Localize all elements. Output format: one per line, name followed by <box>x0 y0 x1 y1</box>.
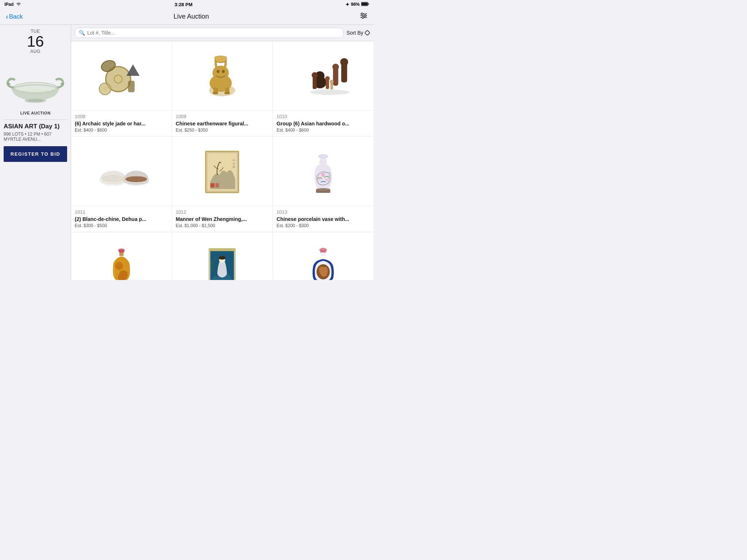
svg-rect-62 <box>210 183 215 188</box>
sidebar-divider <box>4 120 67 120</box>
sort-diamond-icon <box>365 30 370 35</box>
lot-image <box>273 41 374 110</box>
lot-image <box>71 41 172 110</box>
lot-image <box>172 41 273 110</box>
lot-info: 1013 Chinese porcelain vase with... Est.… <box>273 206 374 232</box>
svg-rect-73 <box>119 252 124 256</box>
svg-rect-11 <box>7 83 10 85</box>
lot-number: 1008 <box>75 114 168 119</box>
search-bar: 🔍 Sort By <box>71 25 374 41</box>
svg-rect-12 <box>61 83 63 85</box>
bluetooth-icon: ✦ <box>345 2 349 7</box>
lot-image <box>71 232 172 280</box>
lot-image: 山 水 画 <box>172 137 273 206</box>
svg-point-70 <box>325 178 328 181</box>
lot-image <box>71 137 172 206</box>
content-area: 🔍 Sort By <box>71 25 374 280</box>
svg-point-49 <box>310 90 349 95</box>
svg-rect-14 <box>28 100 43 102</box>
svg-point-65 <box>316 188 330 191</box>
device-label: iPad <box>4 2 13 7</box>
lot-card[interactable]: 1009 Chinese earthenware figural... Est.… <box>172 41 273 136</box>
svg-rect-1 <box>361 3 368 5</box>
lot-estimate: Est. $200 - $300 <box>276 223 370 228</box>
lot-info: 1008 (6) Archaic style jade or har... Es… <box>71 110 172 136</box>
svg-point-29 <box>213 66 229 80</box>
svg-rect-16 <box>365 30 370 35</box>
back-chevron-icon: ‹ <box>6 12 8 21</box>
lot-info: 1010 Group (6) Asian hardwood o... Est. … <box>273 110 374 136</box>
svg-rect-2 <box>368 3 369 5</box>
lot-title: (2) Blanc-de-chine, Dehua p... <box>75 216 168 222</box>
svg-point-30 <box>217 70 220 73</box>
filter-sliders-icon[interactable] <box>360 12 368 21</box>
lot-image <box>273 137 374 206</box>
nav-title: Live Auction <box>174 13 209 20</box>
main-layout: TUE 16 AUG <box>0 25 374 280</box>
svg-point-55 <box>125 176 147 182</box>
lot-card[interactable]: 山 水 画 1012 Manner of Wen Zhengming,... E… <box>172 137 273 232</box>
svg-marker-22 <box>126 65 139 76</box>
lot-title: Chinese earthenware figural... <box>176 121 269 127</box>
wifi-icon <box>16 2 22 7</box>
svg-point-69 <box>318 177 321 180</box>
lot-estimate: Est. $400 - $600 <box>75 128 168 133</box>
lot-image <box>172 232 273 280</box>
lot-card[interactable]: 1014 Chinese russet and white ja... Est.… <box>71 232 172 280</box>
svg-point-44 <box>312 72 318 78</box>
time-display: 3:28 PM <box>175 2 193 7</box>
lot-card[interactable]: 1011 (2) Blanc-de-chine, Dehua p... Est.… <box>71 137 172 232</box>
lot-card[interactable]: 1013 Chinese porcelain vase with... Est.… <box>273 137 374 232</box>
lot-estimate: Est. $1,000 - $1,500 <box>176 223 269 228</box>
svg-point-52 <box>102 176 125 183</box>
svg-rect-23 <box>128 81 135 93</box>
auction-image <box>4 58 67 109</box>
lot-info: 1009 Chinese earthenware figural... Est.… <box>172 110 273 136</box>
battery-icon <box>361 2 369 7</box>
sort-by-button[interactable]: Sort By <box>347 30 370 36</box>
register-to-bid-button[interactable]: REGISTER TO BID <box>4 146 67 162</box>
lot-number: 1013 <box>276 209 370 215</box>
svg-point-26 <box>103 87 107 91</box>
svg-text:水: 水 <box>233 163 235 165</box>
svg-rect-35 <box>213 92 218 94</box>
svg-rect-36 <box>225 92 230 94</box>
sort-by-label: Sort By <box>347 30 363 36</box>
lot-card[interactable]: 1016 Chinese Peking glass snuff... Est. … <box>273 232 374 280</box>
search-input[interactable] <box>87 30 340 36</box>
lot-number: 1009 <box>176 114 269 119</box>
lot-card[interactable]: 1015 Ding Guan Peng, scroll pain... Est.… <box>172 232 273 280</box>
date-month: AUG <box>27 49 44 54</box>
svg-rect-63 <box>216 183 219 188</box>
search-input-container[interactable]: 🔍 <box>75 28 344 38</box>
lot-card[interactable]: 1008 (6) Archaic style jade or har... Es… <box>71 41 172 136</box>
back-label: Back <box>9 13 23 20</box>
date-block: TUE 16 AUG <box>27 29 44 54</box>
auction-title: ASIAN ART (Day 1) <box>4 123 67 130</box>
lot-estimate: Est. $250 - $350 <box>176 128 269 133</box>
lot-title: Manner of Wen Zhengming,... <box>176 216 269 222</box>
svg-rect-39 <box>333 68 338 86</box>
svg-text:山: 山 <box>233 159 235 161</box>
lots-grid: 1008 (6) Archaic style jade or har... Es… <box>71 41 374 280</box>
lot-estimate: Est. $300 - $500 <box>75 223 168 228</box>
auction-type-label: LIVE AUCTION <box>20 111 50 115</box>
svg-point-68 <box>321 173 325 177</box>
svg-rect-84 <box>321 252 326 256</box>
svg-point-31 <box>222 70 225 73</box>
svg-point-46 <box>325 76 330 81</box>
date-day-num: 16 <box>27 34 44 49</box>
battery-percentage: 96% <box>351 2 360 7</box>
lot-image <box>273 232 374 280</box>
status-right: ✦ 96% <box>345 2 369 7</box>
lot-number: 1011 <box>75 209 168 215</box>
svg-point-8 <box>362 17 364 19</box>
lot-info: 1011 (2) Blanc-de-chine, Dehua p... Est.… <box>71 206 172 232</box>
svg-point-38 <box>340 58 348 66</box>
back-button[interactable]: ‹ Back <box>6 12 23 21</box>
lot-card[interactable]: 1010 Group (6) Asian hardwood o... Est. … <box>273 41 374 136</box>
svg-rect-80 <box>209 248 235 251</box>
lot-info: 1012 Manner of Wen Zhengming,... Est. $1… <box>172 206 273 232</box>
sidebar: TUE 16 AUG <box>0 25 71 280</box>
search-icon: 🔍 <box>79 30 85 36</box>
